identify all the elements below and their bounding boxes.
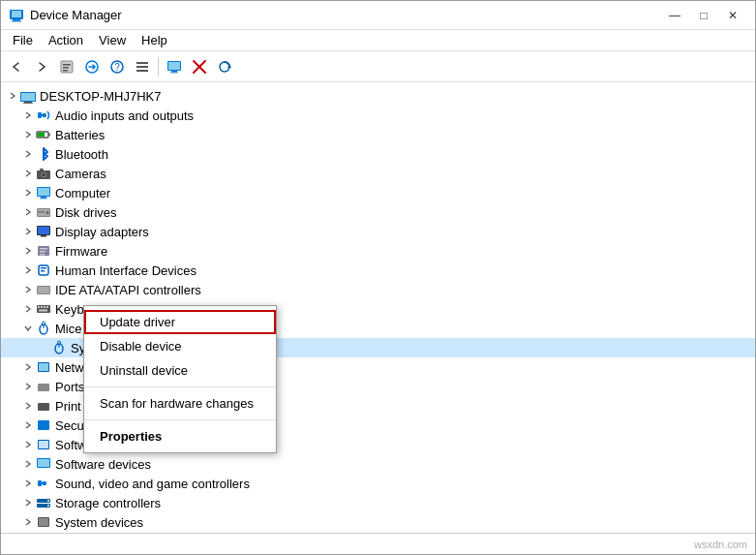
sound-expand-icon: [20, 476, 36, 491]
tree-item-sound[interactable]: Sound, video and game controllers: [1, 474, 755, 493]
bluetooth-expand-icon: [20, 146, 36, 162]
audio-icon: [36, 108, 51, 123]
menu-file[interactable]: File: [5, 31, 41, 49]
toolbar-properties[interactable]: [55, 55, 78, 78]
uninstall-device-label: Uninstall device: [100, 363, 188, 378]
firmware-expand-icon: [20, 243, 36, 259]
display-expand-icon: [20, 224, 36, 239]
sound-icon: [36, 476, 51, 491]
svg-rect-35: [38, 188, 49, 196]
softcomp-expand-icon: [20, 437, 36, 452]
hid-icon: [36, 262, 51, 278]
tree-item-firmware[interactable]: Firmware: [1, 241, 755, 261]
svg-rect-37: [40, 199, 47, 200]
softdev-icon: [36, 456, 51, 472]
audio-label: Audio inputs and outputs: [55, 108, 194, 123]
tree-item-computer[interactable]: Computer: [1, 183, 755, 202]
display-label: Display adapters: [55, 225, 149, 239]
tree-item-softdev[interactable]: Software devices: [1, 454, 755, 474]
menu-help[interactable]: Help: [134, 31, 175, 49]
tree-item-disk[interactable]: Disk drives: [1, 202, 755, 222]
toolbar-back[interactable]: [5, 55, 28, 78]
tree-item-display[interactable]: Display adapters: [1, 222, 755, 241]
batteries-expand-icon: [20, 127, 36, 142]
device-manager-window: Device Manager — □ ✕ File Action View He…: [0, 0, 756, 555]
batteries-icon: [36, 127, 51, 142]
svg-rect-55: [38, 306, 40, 308]
computer-label: Computer: [55, 186, 110, 200]
title-bar: Device Manager — □ ✕: [1, 1, 755, 30]
ctx-disable-device[interactable]: Disable device: [84, 334, 276, 358]
svg-rect-48: [40, 254, 45, 256]
softcomp-icon: [36, 437, 51, 452]
toolbar-monitor[interactable]: [163, 55, 186, 78]
ctx-uninstall-device[interactable]: Uninstall device: [84, 358, 276, 383]
svg-rect-26: [38, 112, 42, 118]
title-left: Device Manager: [9, 8, 122, 23]
svg-rect-11: [136, 62, 148, 64]
svg-point-32: [43, 173, 45, 176]
svg-rect-3: [12, 20, 21, 21]
ctx-properties[interactable]: Properties: [84, 424, 276, 448]
menu-view[interactable]: View: [91, 31, 134, 49]
keyboards-icon: [36, 301, 51, 317]
keyboards-expand-icon: [20, 301, 36, 317]
toolbar-separator-1: [158, 57, 159, 77]
storage-expand-icon: [20, 495, 36, 510]
svg-rect-2: [13, 19, 20, 21]
close-button[interactable]: ✕: [718, 4, 747, 27]
tree-root[interactable]: DESKTOP-MHJ7HK7: [1, 86, 755, 106]
svg-rect-43: [38, 227, 49, 234]
ctx-update-driver[interactable]: Update driver: [84, 310, 276, 334]
svg-rect-68: [38, 384, 49, 391]
p-expand-icon: [20, 379, 36, 394]
tree-item-audio[interactable]: Audio inputs and outputs: [1, 106, 755, 125]
tree-item-storage[interactable]: Storage controllers: [1, 493, 755, 512]
bluetooth-label: Bluetooth: [55, 147, 108, 162]
svg-rect-75: [38, 480, 42, 486]
svg-rect-17: [170, 72, 178, 73]
root-expand-icon: [5, 88, 20, 104]
ide-icon: [36, 282, 51, 297]
maximize-button[interactable]: □: [689, 4, 718, 27]
toolbar-update[interactable]: [80, 55, 104, 78]
svg-rect-36: [41, 197, 46, 199]
svg-rect-5: [63, 64, 71, 66]
disk-icon: [36, 204, 51, 220]
minimize-button[interactable]: —: [660, 4, 689, 27]
svg-rect-59: [39, 310, 47, 312]
svg-rect-15: [168, 62, 180, 70]
svg-rect-33: [40, 169, 44, 170]
svg-rect-28: [48, 134, 50, 136]
tree-item-usb[interactable]: Universal Serial Bus controllers: [1, 532, 755, 533]
toolbar-remove[interactable]: [188, 55, 211, 78]
toolbar-collapse[interactable]: [131, 55, 154, 78]
ctx-scan-hardware[interactable]: Scan for hardware changes: [84, 391, 276, 416]
tree-item-cameras[interactable]: Cameras: [1, 164, 755, 183]
svg-rect-44: [41, 235, 46, 237]
tree-item-system[interactable]: System devices: [1, 512, 755, 532]
root-icon: [20, 88, 36, 104]
menu-bar: File Action View Help: [1, 30, 755, 51]
mice-expand-icon: [20, 321, 36, 336]
toolbar-scan[interactable]: [213, 55, 236, 78]
display-icon: [36, 224, 51, 239]
svg-point-40: [46, 211, 49, 214]
svg-rect-74: [38, 459, 49, 467]
tree-item-bluetooth[interactable]: Bluetooth: [1, 144, 755, 164]
toolbar-forward[interactable]: [30, 55, 53, 78]
menu-action[interactable]: Action: [41, 31, 91, 49]
svg-point-79: [47, 505, 49, 507]
content-area: DESKTOP-MHJ7HK7 Audio inputs and outputs: [1, 82, 755, 533]
tree-item-hid[interactable]: Human Interface Devices: [1, 261, 755, 280]
watermark: wsxdn.com: [694, 539, 747, 550]
svg-rect-7: [63, 70, 68, 72]
disk-label: Disk drives: [55, 205, 117, 220]
sound-label: Sound, video and game controllers: [55, 477, 250, 491]
bluetooth-icon: [36, 146, 51, 162]
tree-item-batteries[interactable]: Batteries: [1, 125, 755, 144]
svg-rect-25: [23, 103, 33, 104]
toolbar-help[interactable]: ?: [106, 55, 129, 78]
tree-item-ide[interactable]: IDE ATA/ATAPI controllers: [1, 280, 755, 299]
svg-rect-47: [40, 251, 45, 253]
